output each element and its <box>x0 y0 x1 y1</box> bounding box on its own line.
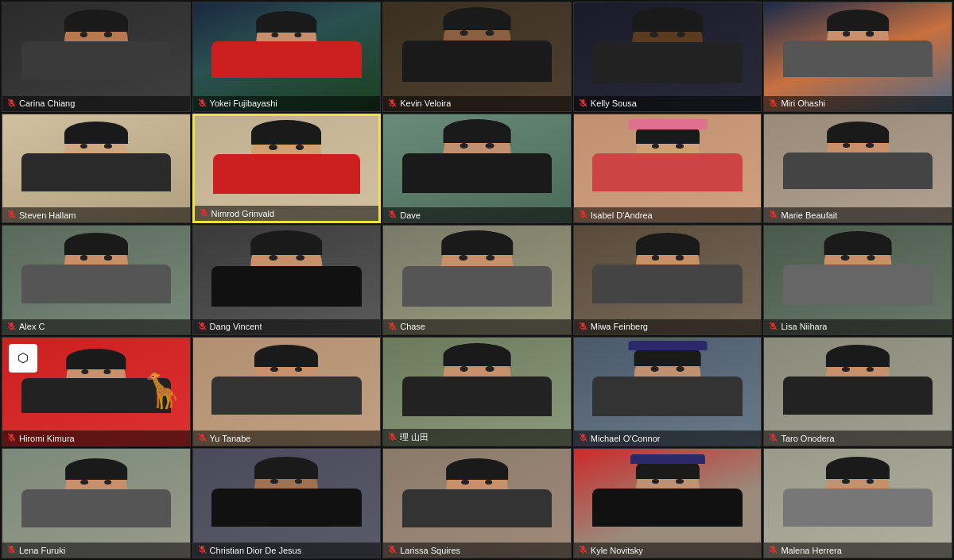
video-cell-12[interactable]: Chase <box>382 225 572 335</box>
name-bar: Malena Herrera <box>764 543 952 558</box>
participant-name: Marie Beaufait <box>781 210 837 220</box>
avatar-torso <box>783 489 933 527</box>
avatar: ⬡🦒 <box>2 338 190 429</box>
avatar <box>195 116 379 204</box>
video-cell-14[interactable]: Lisa Niihara <box>763 225 952 335</box>
avatar-torso <box>211 377 361 415</box>
avatar <box>764 449 952 540</box>
avatar-container <box>195 116 379 204</box>
mic-muted-icon <box>769 210 778 220</box>
participant-name: Isabel D'Andrea <box>591 210 653 220</box>
avatar-torso <box>402 489 552 527</box>
video-grid: Carina Chiang Yokei Fujibayashi Kevin Ve… <box>0 0 954 560</box>
video-cell-20[interactable]: Lena Furuki <box>2 448 191 558</box>
name-bar: Isabel D'Andrea <box>574 207 762 222</box>
avatar-torso <box>211 266 361 307</box>
avatar-container <box>383 449 571 540</box>
avatar-container <box>764 2 952 94</box>
video-cell-22[interactable]: Larissa Squires <box>382 448 572 558</box>
video-cell-6[interactable]: Nimrod Grinvald <box>192 114 382 224</box>
mic-muted-icon <box>769 433 778 443</box>
video-cell-3[interactable]: Kelly Sousa <box>573 2 762 112</box>
video-cell-17[interactable]: 理 山田 <box>382 337 572 447</box>
mic-muted-icon <box>198 98 207 109</box>
participant-name: Lena Furuki <box>19 546 65 555</box>
avatar-torso <box>213 154 360 194</box>
avatar-container <box>383 338 571 429</box>
avatar-container <box>574 114 762 206</box>
video-cell-1[interactable]: Yokei Fujibayashi <box>192 2 382 112</box>
participant-name: Kevin Veloira <box>400 98 451 108</box>
video-cell-19[interactable]: Taro Onodera <box>763 337 952 447</box>
avatar-container <box>574 226 762 317</box>
mic-muted-icon <box>579 322 588 332</box>
avatar-torso <box>592 265 742 303</box>
video-cell-24[interactable]: Malena Herrera <box>763 448 952 558</box>
mic-muted-icon <box>200 208 208 218</box>
participant-name: Steven Hallam <box>19 210 76 220</box>
mic-muted-icon <box>769 98 778 109</box>
video-cell-2[interactable]: Kevin Veloira <box>382 2 572 112</box>
name-bar: Carina Chiang <box>2 96 190 111</box>
participant-name: Miri Ohashi <box>781 98 825 108</box>
avatar-container <box>2 226 190 317</box>
name-bar: Michael O'Connor <box>574 431 762 446</box>
avatar-torso <box>21 41 171 79</box>
avatar <box>2 226 190 317</box>
video-cell-16[interactable]: Yu Tanabe <box>192 337 382 447</box>
participant-name: Lisa Niihara <box>781 322 827 331</box>
video-cell-10[interactable]: Alex C <box>2 225 191 335</box>
video-cell-21[interactable]: Christian Dior De Jesus <box>192 448 382 558</box>
avatar <box>383 449 571 540</box>
avatar <box>574 2 762 94</box>
avatar-container <box>574 449 762 540</box>
participant-name: Yu Tanabe <box>210 434 251 443</box>
giraffe-decoration: 🦒 <box>140 369 184 411</box>
avatar <box>383 338 571 429</box>
avatar <box>2 2 190 94</box>
mic-muted-icon <box>198 433 207 443</box>
video-cell-13[interactable]: Miwa Feinberg <box>573 225 762 335</box>
video-cell-7[interactable]: Dave <box>382 114 572 224</box>
avatar <box>764 114 952 206</box>
video-cell-0[interactable]: Carina Chiang <box>2 2 191 112</box>
video-cell-5[interactable]: Steven Hallam <box>2 114 191 224</box>
mic-muted-icon <box>198 322 207 332</box>
video-cell-23[interactable]: Kyle Novitsky <box>573 448 762 558</box>
mic-muted-icon <box>7 433 16 443</box>
name-bar: Nimrod Grinvald <box>195 206 379 221</box>
avatar-torso <box>592 42 742 83</box>
avatar <box>764 338 952 429</box>
avatar-container <box>574 2 762 94</box>
participant-name: Christian Dior De Jesus <box>210 546 302 555</box>
logo-box: ⬡ <box>9 344 37 373</box>
video-cell-18[interactable]: Michael O'Connor <box>573 337 762 447</box>
name-bar: Dave <box>383 207 571 222</box>
video-cell-11[interactable]: Dang Vincent <box>192 225 382 335</box>
mic-muted-icon <box>579 545 588 555</box>
cap <box>630 454 704 463</box>
video-cell-8[interactable]: Isabel D'Andrea <box>573 114 762 224</box>
name-bar: Steven Hallam <box>2 207 190 222</box>
participant-name: Kelly Sousa <box>591 98 637 108</box>
avatar <box>383 2 571 94</box>
name-bar: Alex C <box>2 319 190 334</box>
avatar-torso <box>783 265 933 304</box>
video-cell-4[interactable]: Miri Ohashi <box>763 2 952 112</box>
participant-name: Carina Chiang <box>19 98 75 108</box>
video-cell-9[interactable]: Marie Beaufait <box>763 114 952 224</box>
mic-muted-icon <box>7 322 16 332</box>
video-cell-15[interactable]: ⬡🦒 Hiromi Kimura <box>2 337 191 447</box>
participant-name: 理 山田 <box>400 431 429 443</box>
name-bar: Chase <box>383 319 571 334</box>
avatar-torso <box>21 153 171 191</box>
participant-name: Dave <box>400 210 421 220</box>
avatar-torso <box>783 377 933 415</box>
name-bar: Kevin Veloira <box>383 96 571 111</box>
name-bar: Dang Vincent <box>193 319 381 334</box>
name-bar: Taro Onodera <box>764 431 952 446</box>
mic-muted-icon <box>7 545 16 555</box>
avatar <box>574 114 762 206</box>
avatar-torso <box>402 377 552 416</box>
name-bar: Kelly Sousa <box>574 96 762 111</box>
